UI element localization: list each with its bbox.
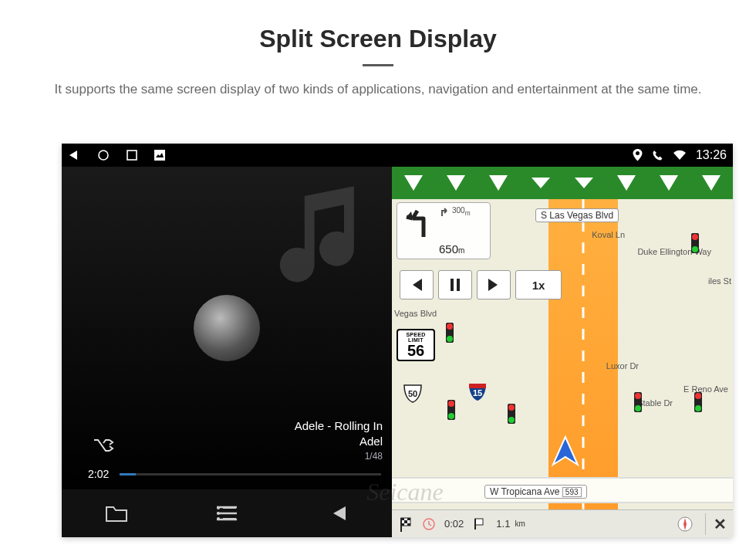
remaining-distance: 1.1km xyxy=(496,518,525,530)
status-bar: 13:26 xyxy=(62,144,733,167)
street-label-bottom: W Tropicana Ave 593 xyxy=(484,485,587,499)
progress-bar[interactable] xyxy=(120,473,381,475)
map-canvas[interactable]: S Las Vegas Blvd W Tropicana Ave 593 Veg… xyxy=(392,199,733,537)
svg-rect-1 xyxy=(127,151,137,160)
current-position-icon xyxy=(547,434,584,471)
sim-speed-button[interactable]: 1x xyxy=(515,270,562,299)
street-label-top: S Las Vegas Blvd xyxy=(535,208,619,222)
destination-flag-icon[interactable] xyxy=(398,516,413,532)
traffic-light-icon xyxy=(446,323,454,343)
page-description: It supports the same screen display of t… xyxy=(39,80,717,100)
sim-next-button[interactable] xyxy=(477,270,511,299)
phone-icon xyxy=(652,150,663,161)
svg-point-0 xyxy=(99,151,108,160)
label-stable: Stable Dr xyxy=(637,398,673,408)
joystick-control[interactable] xyxy=(194,295,260,361)
previous-track-button[interactable] xyxy=(282,489,392,537)
traffic-light-icon xyxy=(447,400,455,420)
svg-text:15: 15 xyxy=(473,388,482,398)
home-circle-icon[interactable] xyxy=(97,149,110,161)
playlist-button[interactable] xyxy=(172,489,282,537)
navigation-pane: S Las Vegas Blvd W Tropicana Ave 593 Veg… xyxy=(392,167,733,537)
eta-value: 0:02 xyxy=(444,518,464,530)
us-route-shield-icon: 50 xyxy=(403,383,423,403)
music-player-pane: Adele - Rolling In Adel 1/48 2:02 xyxy=(62,167,392,537)
speed-limit-sign: SPEED LIMIT 56 xyxy=(397,329,435,361)
svg-rect-8 xyxy=(457,279,460,291)
svg-point-6 xyxy=(217,517,220,520)
recent-square-icon[interactable] xyxy=(127,150,137,161)
lane-guidance-strip xyxy=(392,167,733,199)
svg-point-5 xyxy=(217,512,220,515)
turn-left-icon xyxy=(402,206,434,239)
traffic-light-icon xyxy=(634,392,642,412)
close-button[interactable]: ✕ xyxy=(705,513,727,535)
nav-bottom-bar: 0:02 1.1km ✕ xyxy=(392,509,733,537)
label-reno: E Reno Ave xyxy=(683,384,728,394)
clock-icon xyxy=(423,518,435,530)
music-note-icon xyxy=(258,178,381,301)
player-bottom-bar xyxy=(62,489,392,537)
label-ellington: Duke Ellington Way xyxy=(637,247,711,256)
svg-text:50: 50 xyxy=(408,389,417,398)
wifi-icon xyxy=(673,150,687,161)
status-clock: 13:26 xyxy=(696,148,727,162)
sim-prev-button[interactable] xyxy=(400,270,434,299)
elapsed-time: 2:02 xyxy=(88,468,109,480)
folder-button[interactable] xyxy=(62,489,172,537)
traffic-light-icon xyxy=(508,404,515,424)
route-flag-icon xyxy=(473,517,487,531)
turn-instruction-box: 300m 650m xyxy=(397,202,491,259)
compass-icon[interactable] xyxy=(677,516,693,532)
interstate-shield-icon: 15 xyxy=(467,381,488,401)
label-iles: iles St xyxy=(708,276,731,286)
label-vegas-blvd: Vegas Blvd xyxy=(394,309,437,318)
turn-right-small-icon xyxy=(439,206,450,217)
song-title: Adele - Rolling In xyxy=(295,418,383,434)
label-koval: Koval Ln xyxy=(592,230,625,239)
back-triangle-icon[interactable] xyxy=(68,149,80,161)
label-luxor: Luxor Dr xyxy=(606,361,639,371)
song-artist: Adel xyxy=(295,434,383,449)
traffic-light-icon xyxy=(691,233,699,253)
svg-rect-13 xyxy=(475,519,483,525)
sim-pause-button[interactable] xyxy=(438,270,472,299)
title-underline xyxy=(363,64,393,66)
page-title: Split Screen Display xyxy=(0,0,756,53)
svg-point-4 xyxy=(217,506,220,509)
traffic-light-icon xyxy=(694,392,702,412)
svg-rect-7 xyxy=(451,279,454,291)
picture-icon[interactable] xyxy=(154,150,165,161)
now-playing-info: Adele - Rolling In Adel 1/48 xyxy=(295,418,383,463)
svg-rect-2 xyxy=(154,150,165,161)
nav-simulation-controls: 1x xyxy=(400,270,562,299)
shuffle-icon[interactable] xyxy=(93,437,114,454)
track-index: 1/48 xyxy=(295,451,383,463)
device-screenshot: 13:26 Adele - Rolling In Adel 1/48 2:0 xyxy=(62,144,733,537)
location-icon xyxy=(633,149,643,161)
